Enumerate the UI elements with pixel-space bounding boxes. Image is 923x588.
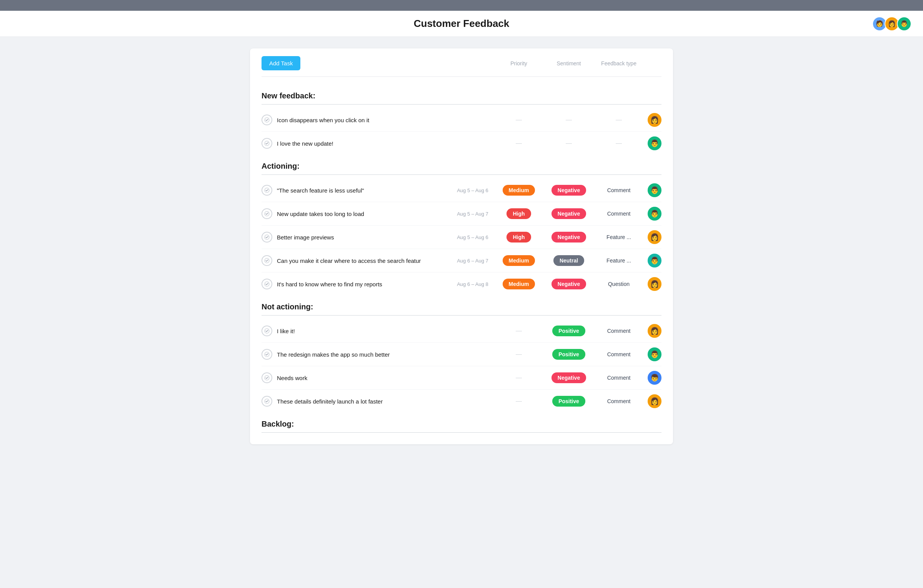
task-name: I love the new update! <box>277 140 452 147</box>
task-feedback-type: — <box>594 116 644 123</box>
task-feedback-type: Feature ... <box>594 234 644 240</box>
task-checkbox[interactable] <box>262 185 272 196</box>
priority-dash: — <box>516 351 522 358</box>
task-name: "The search feature is less useful" <box>277 187 452 194</box>
section-title-new-feedback: New feedback: <box>262 85 661 104</box>
priority-dash: — <box>516 140 522 147</box>
task-avatar: 👨 <box>648 347 661 361</box>
task-name: Icon disappears when you click on it <box>277 117 452 123</box>
task-priority: Medium <box>494 185 544 196</box>
section-divider-new-feedback <box>262 104 661 105</box>
task-checkbox[interactable] <box>262 138 272 149</box>
task-date: Aug 5 – Aug 6 <box>452 188 494 193</box>
task-avatar: 👩 <box>648 394 661 408</box>
task-checkbox[interactable] <box>262 326 272 336</box>
task-sentiment: Negative <box>544 372 594 383</box>
task-avatar: 👩 <box>648 230 661 244</box>
top-bar <box>0 0 923 11</box>
task-avatar: 👨 <box>648 207 661 221</box>
task-checkbox[interactable] <box>262 115 272 125</box>
task-feedback-type: Comment <box>594 211 644 217</box>
task-checkbox[interactable] <box>262 232 272 243</box>
priority-badge: Medium <box>503 185 535 196</box>
task-avatar: 👩 <box>648 324 661 338</box>
section-title-backlog: Backlog: <box>262 413 661 432</box>
task-sentiment: Negative <box>544 279 594 289</box>
task-sentiment: Positive <box>544 349 594 360</box>
section-divider-not-actioning <box>262 315 661 316</box>
task-date: Aug 5 – Aug 7 <box>452 211 494 217</box>
task-avatar: 👦 <box>648 371 661 385</box>
task-avatar: 👨 <box>648 254 661 267</box>
priority-dash: — <box>516 374 522 381</box>
task-row: Can you make it clear where to access th… <box>262 249 661 272</box>
task-priority: Medium <box>494 255 544 266</box>
task-name: These details definitely launch a lot fa… <box>277 398 452 405</box>
task-sentiment: Positive <box>544 396 594 407</box>
task-row: "The search feature is less useful"Aug 5… <box>262 179 661 202</box>
add-task-button[interactable]: Add Task <box>262 56 300 70</box>
task-checkbox[interactable] <box>262 208 272 219</box>
sentiment-badge: Negative <box>551 185 586 196</box>
task-feedback-type: — <box>594 140 644 147</box>
sentiment-col-header: Sentiment <box>544 60 594 66</box>
task-row: These details definitely launch a lot fa… <box>262 390 661 413</box>
sentiment-badge: Positive <box>552 349 585 360</box>
column-headers: Priority Sentiment Feedback type <box>494 60 661 66</box>
page-title: Customer Feedback <box>414 18 510 30</box>
priority-badge: High <box>506 208 531 219</box>
task-feedback-type: Comment <box>594 398 644 404</box>
task-checkbox[interactable] <box>262 279 272 289</box>
sentiment-dash: — <box>566 116 572 123</box>
sentiment-badge: Neutral <box>553 255 584 266</box>
task-row: The redesign makes the app so much bette… <box>262 343 661 366</box>
sentiment-badge: Negative <box>551 232 586 243</box>
task-checkbox[interactable] <box>262 372 272 383</box>
task-name: The redesign makes the app so much bette… <box>277 351 452 358</box>
task-checkbox[interactable] <box>262 396 272 407</box>
task-feedback-type: Question <box>594 281 644 287</box>
task-name: Better image previews <box>277 234 452 241</box>
task-priority: — <box>494 398 544 405</box>
task-avatar: 👩 <box>648 277 661 291</box>
section-title-actioning: Actioning: <box>262 155 661 174</box>
task-sentiment: Negative <box>544 232 594 243</box>
task-sentiment: Neutral <box>544 255 594 266</box>
section-backlog: Backlog: <box>262 413 661 433</box>
task-priority: — <box>494 351 544 358</box>
task-feedback-type: Comment <box>594 187 644 193</box>
priority-dash: — <box>516 327 522 334</box>
task-feedback-type: Comment <box>594 351 644 357</box>
task-priority: — <box>494 374 544 381</box>
section-title-not-actioning: Not actioning: <box>262 296 661 315</box>
task-name: It's hard to know where to find my repor… <box>277 281 452 287</box>
section-new-feedback: New feedback: Icon disappears when you c… <box>262 85 661 155</box>
feedback-type-dash: — <box>616 140 622 147</box>
task-row: New update takes too long to loadAug 5 –… <box>262 202 661 226</box>
task-row: Needs work—NegativeComment👦 <box>262 366 661 390</box>
task-name: Can you make it clear where to access th… <box>277 257 452 264</box>
task-priority: — <box>494 140 544 147</box>
priority-badge: Medium <box>503 279 535 289</box>
task-row: I love the new update!———👨 <box>262 132 661 155</box>
task-row: Better image previewsAug 5 – Aug 6HighNe… <box>262 226 661 249</box>
task-date: Aug 6 – Aug 8 <box>452 281 494 287</box>
task-checkbox[interactable] <box>262 255 272 266</box>
task-avatar: 👨 <box>648 136 661 150</box>
sentiment-badge: Negative <box>551 372 586 383</box>
task-priority: High <box>494 208 544 219</box>
task-avatar: 👨 <box>648 183 661 197</box>
section-divider-backlog <box>262 432 661 433</box>
sentiment-badge: Positive <box>552 396 585 407</box>
task-checkbox[interactable] <box>262 349 272 360</box>
task-priority: Medium <box>494 279 544 289</box>
sentiment-badge: Negative <box>551 208 586 219</box>
task-date: Aug 5 – Aug 6 <box>452 234 494 240</box>
priority-badge: High <box>506 232 531 243</box>
section-not-actioning: Not actioning: I like it!—PositiveCommen… <box>262 296 661 413</box>
task-avatar: 👩 <box>648 113 661 127</box>
section-divider-actioning <box>262 174 661 175</box>
sentiment-badge: Negative <box>551 279 586 289</box>
task-sentiment: — <box>544 116 594 123</box>
sentiment-dash: — <box>566 140 572 147</box>
